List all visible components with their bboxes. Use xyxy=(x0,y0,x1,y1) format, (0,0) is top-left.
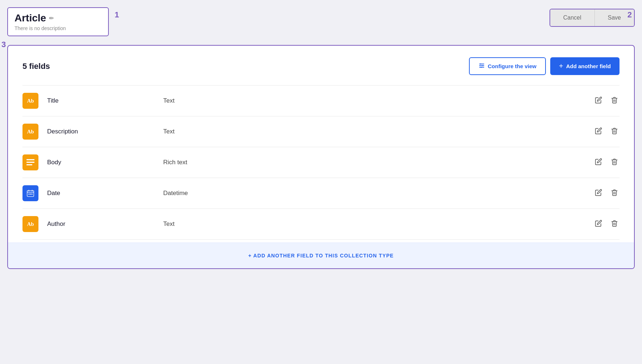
add-field-bar: + ADD ANOTHER FIELD TO THIS COLLECTION T… xyxy=(8,243,634,268)
table-row: Ab Title Text xyxy=(22,86,620,116)
field-icon-author: Ab xyxy=(22,216,38,232)
delete-field-title[interactable] xyxy=(609,95,620,107)
cancel-button[interactable]: Cancel xyxy=(550,9,594,26)
table-row: Date Datetime xyxy=(22,178,620,209)
page-wrapper: 1 2 Article ✏ There is no description Ca… xyxy=(7,7,635,269)
table-row: Ab Author Text xyxy=(22,209,620,240)
field-type-body: Rich text xyxy=(163,159,593,166)
title-box: Article ✏ There is no description xyxy=(7,7,109,36)
svg-point-5 xyxy=(481,67,482,68)
edit-field-title[interactable] xyxy=(593,95,604,107)
field-icon-title: Ab xyxy=(22,93,38,109)
field-icon-date xyxy=(22,185,38,201)
plus-icon: + xyxy=(559,62,563,70)
field-type-date: Datetime xyxy=(163,190,593,197)
field-actions-date xyxy=(593,187,620,199)
field-icon-body xyxy=(22,154,38,170)
header-row: Article ✏ There is no description Cancel… xyxy=(7,7,635,36)
field-type-description: Text xyxy=(163,128,593,135)
edit-field-description[interactable] xyxy=(593,126,604,138)
field-name-date: Date xyxy=(47,190,163,197)
fields-list: Ab Title Text xyxy=(22,85,620,240)
field-actions-description xyxy=(593,126,620,138)
configure-view-label: Configure the view xyxy=(488,63,536,69)
configure-view-button[interactable]: Configure the view xyxy=(469,57,546,75)
fields-count: 5 fields xyxy=(22,62,50,71)
field-actions-author xyxy=(593,218,620,230)
add-field-label: Add another field xyxy=(566,63,611,69)
table-row: Body Rich text xyxy=(22,147,620,178)
field-name-title: Title xyxy=(47,97,163,104)
field-type-title: Text xyxy=(163,97,593,104)
fields-header: 5 fields Configure the view xyxy=(22,57,620,75)
edit-field-date[interactable] xyxy=(593,187,604,199)
svg-rect-6 xyxy=(26,159,34,160)
edit-field-body[interactable] xyxy=(593,157,604,169)
article-title-text: Article xyxy=(15,12,46,24)
header-buttons: Cancel Save xyxy=(550,9,635,27)
svg-point-4 xyxy=(482,65,483,66)
step-label-1: 1 xyxy=(115,10,119,20)
svg-point-3 xyxy=(480,63,481,65)
header-actions: Configure the view + Add another field xyxy=(469,57,620,75)
svg-rect-8 xyxy=(26,164,32,165)
delete-field-date[interactable] xyxy=(609,187,620,199)
article-description: There is no description xyxy=(15,25,102,31)
field-name-author: Author xyxy=(47,220,163,228)
delete-field-description[interactable] xyxy=(609,126,620,138)
field-actions-body xyxy=(593,157,620,169)
svg-rect-15 xyxy=(32,194,33,195)
svg-rect-13 xyxy=(29,194,30,195)
delete-field-body[interactable] xyxy=(609,157,620,169)
step-label-3: 3 xyxy=(1,40,6,49)
add-field-button[interactable]: + Add another field xyxy=(550,57,620,75)
edit-field-author[interactable] xyxy=(593,218,604,230)
svg-rect-7 xyxy=(26,162,34,163)
svg-rect-14 xyxy=(30,194,31,195)
field-name-body: Body xyxy=(47,159,163,166)
add-field-bar-button[interactable]: + ADD ANOTHER FIELD TO THIS COLLECTION T… xyxy=(248,253,394,258)
table-row: Ab Description Text xyxy=(22,116,620,147)
step-label-2: 2 xyxy=(627,10,632,20)
delete-field-author[interactable] xyxy=(609,218,620,230)
configure-icon xyxy=(478,62,485,70)
field-name-description: Description xyxy=(47,128,163,135)
main-content-box: 3 5 fields Configur xyxy=(7,45,635,269)
article-title-row: Article ✏ xyxy=(15,12,102,24)
field-icon-description: Ab xyxy=(22,124,38,140)
edit-title-icon[interactable]: ✏ xyxy=(49,15,54,22)
field-actions-title xyxy=(593,95,620,107)
field-type-author: Text xyxy=(163,220,593,228)
